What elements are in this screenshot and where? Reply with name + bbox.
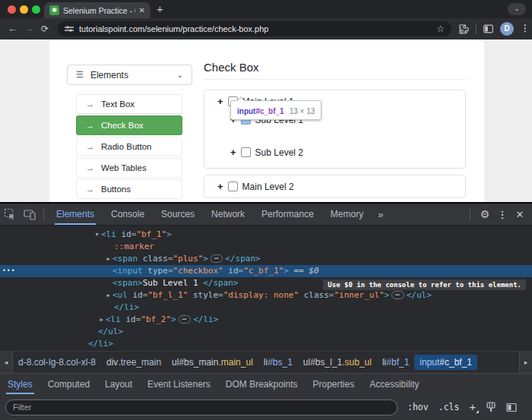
bookmark-star-icon[interactable]: ☆ <box>436 24 445 34</box>
tooltip-dimensions: 13 × 13 <box>290 107 315 115</box>
back-icon[interactable]: ← <box>8 23 17 35</box>
breadcrumb: ◂ d-8.col-lg-8.col-xl-8div.tree_mainul#b… <box>0 351 532 373</box>
window-close-button[interactable] <box>8 5 16 14</box>
menu-item-label: Text Box <box>101 99 135 109</box>
tab-close-icon[interactable]: ✕ <box>139 6 145 14</box>
tab-search-chevron-icon[interactable]: ⌄ <box>508 3 526 15</box>
crumb-part: div <box>106 357 118 368</box>
side-panel-icon[interactable] <box>483 24 493 33</box>
dom-tree-row[interactable]: ::marker <box>0 241 532 253</box>
expand-arrow-icon[interactable]: ▶ <box>104 289 112 302</box>
sidebar-item-check-box[interactable]: →Check Box <box>76 115 182 135</box>
elements-menu-header[interactable]: ☰ Elements ⌄ <box>67 65 192 85</box>
site-info-icon[interactable] <box>65 25 74 33</box>
dom-tree-row[interactable]: ▶<li id="bf_2">⋯</li> <box>0 314 532 326</box>
tab-event-listeners[interactable]: Event Listeners <box>140 374 218 394</box>
devtools-tabs: ElementsConsoleSourcesNetworkPerformance… <box>48 204 372 225</box>
tab-computed[interactable]: Computed <box>40 374 97 394</box>
tab-performance[interactable]: Performance <box>253 204 322 225</box>
tab-sources[interactable]: Sources <box>153 204 203 225</box>
window-zoom-button[interactable] <box>32 5 40 14</box>
menu-item-label: Radio Button <box>101 142 152 151</box>
breadcrumb-item[interactable]: li#bf_1 <box>377 355 414 370</box>
address-bar[interactable]: tutorialspoint.com/selenium/practice/che… <box>58 21 451 36</box>
expand-plus[interactable]: + <box>217 96 223 107</box>
dom-tree-row[interactable]: •••<input type="checkbox" id="c_bf_1"> =… <box>0 265 532 277</box>
dom-tree-row[interactable]: </li> <box>0 302 532 314</box>
code-token: <li <box>106 314 121 324</box>
browser-tab[interactable]: ✻ Selenium Practice - Check Bo ✕ <box>44 2 150 18</box>
expand-arrow-icon[interactable]: ▶ <box>104 253 112 265</box>
more-tabs-icon[interactable]: » <box>372 209 389 220</box>
dom-tree-row[interactable]: </li> <box>0 338 532 350</box>
toolbar-divider <box>43 209 44 220</box>
tab-dom-breakpoints[interactable]: DOM Breakpoints <box>218 374 306 394</box>
window-minimize-button[interactable] <box>20 5 28 14</box>
forward-icon[interactable]: → <box>24 23 34 35</box>
tooltip-element-id: #c_bf_1 <box>255 107 283 115</box>
breadcrumb-item[interactable]: ul#bs_l_1.sub_ul <box>298 355 377 370</box>
expand-arrow-icon[interactable]: ▶ <box>97 314 106 326</box>
expand-inline-icon[interactable]: ⋯ <box>211 254 223 263</box>
new-tab-button[interactable]: + <box>157 2 163 16</box>
tab-network[interactable]: Network <box>203 204 253 225</box>
item-arrow-icon: → <box>86 99 94 109</box>
crumb-part: d-8.col-lg-8.col-xl-8 <box>18 357 96 368</box>
settings-gear-icon[interactable]: ⚙ <box>476 208 494 220</box>
reload-icon[interactable]: ⟳ <box>41 23 49 35</box>
dom-tree-row[interactable]: ▶<ul id="bf_l_1" style="display: none" c… <box>0 289 532 302</box>
breadcrumb-item[interactable]: li#bs_1 <box>258 355 298 370</box>
breadcrumb-item[interactable]: ul#bs_main.main_ul <box>166 355 258 370</box>
tab-console[interactable]: Console <box>103 204 153 225</box>
dom-tree-row[interactable]: ▼<li id="bf_1"> <box>0 229 532 241</box>
dom-tree-row[interactable]: ▶<span class="plus">⋯</span> <box>0 253 532 265</box>
tab-styles[interactable]: Styles <box>0 374 40 394</box>
extensions-icon[interactable] <box>459 24 469 34</box>
code-token: <input <box>112 266 143 276</box>
sidebar-item-text-box[interactable]: →Text Box <box>76 94 182 114</box>
inspect-element-icon[interactable] <box>0 208 20 220</box>
menu-item-label: Check Box <box>101 121 144 130</box>
row-actions-icon[interactable]: ••• <box>2 265 15 277</box>
sidebar-item-web-tables[interactable]: →Web Tables <box>76 158 182 178</box>
tab-accessibility[interactable]: Accessibility <box>362 374 426 394</box>
expand-plus[interactable]: + <box>230 147 236 158</box>
devtools-menu-icon[interactable]: ⋮ <box>496 209 509 220</box>
breadcrumb-scroll-left-icon[interactable]: ◂ <box>0 352 13 373</box>
styles-filter-bar: :hov .cls + <box>0 394 532 420</box>
expand-inline-icon[interactable]: ⋯ <box>179 315 191 324</box>
toggle-sidebar-icon[interactable] <box>506 403 517 412</box>
menu-header-label: Elements <box>90 70 128 81</box>
filter-input[interactable] <box>5 399 397 415</box>
checkbox[interactable] <box>241 147 251 157</box>
class-toggle[interactable]: .cls <box>439 402 460 412</box>
brush-icon[interactable] <box>486 402 496 412</box>
code-token: > <box>171 314 176 324</box>
breadcrumb-item[interactable]: div.tree_main <box>101 355 166 370</box>
expand-inline-icon[interactable]: ⋯ <box>391 291 404 299</box>
breadcrumb-scroll-right-icon[interactable]: ▸ <box>519 352 532 373</box>
tab-memory[interactable]: Memory <box>322 204 372 225</box>
tab-properties[interactable]: Properties <box>306 374 363 394</box>
expand-plus[interactable]: + <box>217 181 223 192</box>
tree-label: Sub Level 2 <box>255 147 303 158</box>
code-token: = <box>168 254 173 264</box>
code-token: > <box>283 266 289 276</box>
profile-avatar[interactable]: D <box>500 22 514 36</box>
breadcrumb-item[interactable]: input#c_bf_1 <box>414 355 477 370</box>
new-style-rule-button[interactable]: + <box>469 402 476 412</box>
sidebar-item-radio-button[interactable]: →Radio Button <box>76 137 182 156</box>
device-toolbar-icon[interactable] <box>20 209 40 220</box>
devtools-close-icon[interactable]: ✕ <box>511 209 529 220</box>
hover-state-toggle[interactable]: :hov <box>407 402 429 412</box>
tab-layout[interactable]: Layout <box>97 374 140 394</box>
collapse-arrow-icon[interactable]: ▼ <box>93 229 101 241</box>
browser-menu-icon[interactable]: ⋮ <box>521 23 530 33</box>
checkbox[interactable] <box>228 182 238 191</box>
item-arrow-icon: → <box>86 142 94 151</box>
tab-strip: ✻ Selenium Practice - Check Bo ✕ + ⌄ <box>0 0 532 18</box>
breadcrumb-item[interactable]: d-8.col-lg-8.col-xl-8 <box>13 355 101 370</box>
dom-tree-row[interactable]: </ul> <box>0 326 532 338</box>
sidebar-item-buttons[interactable]: →Buttons <box>76 179 182 199</box>
tab-elements[interactable]: Elements <box>48 204 103 225</box>
